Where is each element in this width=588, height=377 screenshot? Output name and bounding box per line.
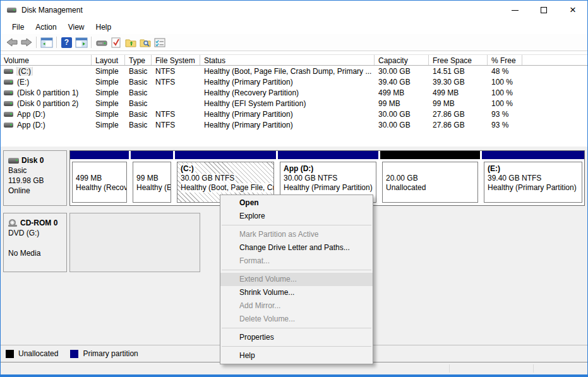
unallocated-region[interactable]: 20.00 GBUnallocated (380, 151, 480, 205)
menu-item-format: Format... (220, 254, 373, 268)
partition-body: (E:)39.40 GB NTFSHealthy (Primary Partit… (484, 162, 582, 203)
properties-list-icon[interactable] (152, 35, 167, 50)
cell-pct: 100 % (488, 78, 522, 87)
cell-fs: NTFS (152, 67, 200, 76)
partition-name: (E:) (488, 164, 582, 174)
column-header-layout[interactable]: Layout (92, 55, 125, 65)
maximize-button[interactable] (529, 1, 558, 20)
volume-disk-icon (4, 123, 13, 128)
unallocated-color-bar (380, 151, 480, 159)
volume-row[interactable]: (E:)SimpleBasicNTFSHealthy (Primary Part… (1, 76, 587, 87)
menu-item-open[interactable]: Open (220, 196, 373, 210)
partition-region[interactable]: (E:)39.40 GB NTFSHealthy (Primary Partit… (482, 151, 584, 205)
cell-type: Basic (125, 78, 152, 87)
folder-up-icon[interactable] (123, 35, 138, 50)
task-check-icon[interactable] (109, 35, 123, 50)
menu-item-explore[interactable]: Explore (220, 210, 373, 223)
cdrom-0-panel[interactable]: CD-ROM 0 DVD (G:) No Media (3, 213, 67, 272)
menu-file[interactable]: File (6, 21, 30, 33)
cell-free: 99 MB (429, 99, 488, 108)
volume-row[interactable]: (C:)SimpleBasicNTFSHealthy (Boot, Page F… (1, 66, 587, 76)
primary-partition-color-bar (70, 151, 129, 159)
partition-status: Unallocated (386, 183, 477, 193)
menu-item-help[interactable]: Help (220, 349, 373, 362)
legend-unallocated-label: Unallocated (18, 349, 58, 358)
menu-item-delete-volume: Delete Volume... (220, 313, 373, 326)
disk-0-status: Online (8, 186, 66, 196)
volume-rows: (C:)SimpleBasicNTFSHealthy (Boot, Page F… (1, 66, 587, 130)
cell-free: 27.86 GB (429, 121, 488, 129)
cell-layout: Simple (92, 67, 125, 76)
volume-row[interactable]: App (D:)SimpleBasicNTFSHealthy (Primary … (1, 119, 587, 130)
column-header-status[interactable]: Status (200, 55, 375, 65)
status-bar-divider (533, 364, 534, 373)
cell-free: 499 MB (429, 88, 488, 97)
partition-body: 499 MBHealthy (Recovery Partition) (72, 162, 127, 203)
cell-layout: Simple (92, 99, 125, 108)
cell-status: Healthy (Primary Partition) (200, 110, 375, 119)
menu-item-mark-partition-as-active: Mark Partition as Active (220, 228, 373, 241)
disk-0-panel[interactable]: Disk 0 Basic 119.98 GB Online (3, 150, 67, 206)
forward-icon[interactable] (19, 35, 33, 50)
help-icon[interactable]: ? (59, 35, 74, 50)
menu-item-add-mirror: Add Mirror... (220, 299, 373, 313)
volume-row[interactable]: (Disk 0 partition 2)SimpleBasicHealthy (… (1, 98, 587, 109)
cell-pct: 100 % (488, 88, 522, 97)
close-button[interactable]: × (558, 1, 587, 20)
partition-size: 30.00 GB NTFS (181, 174, 236, 183)
close-icon: × (570, 7, 576, 13)
menu-separator (222, 225, 371, 225)
menu-help[interactable]: Help (90, 21, 117, 33)
menu-item-properties[interactable]: Properties (220, 331, 373, 344)
disk-0-name: Disk 0 (21, 155, 44, 165)
cell-capacity: 30.00 GB (375, 121, 429, 129)
menu-view[interactable]: View (63, 21, 90, 33)
minimize-button[interactable] (500, 1, 529, 20)
cdrom-0-name: CD-ROM 0 (20, 218, 57, 228)
partition-size: 39.40 GB NTFS (488, 174, 582, 183)
folder-search-icon[interactable] (138, 35, 152, 50)
menu-item-extend-volume: Extend Volume... (220, 273, 373, 286)
cell-volume: App (D:) (1, 110, 92, 119)
cell-capacity: 30.00 GB (375, 110, 429, 119)
cell-volume: (E:) (1, 78, 92, 87)
show-hide-console-tree-icon[interactable] (39, 35, 54, 50)
cell-capacity: 99 MB (375, 99, 429, 108)
partition-region[interactable]: 99 MBHealthy (EFI System Partition) (131, 151, 173, 205)
menu-item-change-drive-letter-and-paths[interactable]: Change Drive Letter and Paths... (220, 241, 373, 254)
volume-row[interactable]: App (D:)SimpleBasicNTFSHealthy (Primary … (1, 109, 587, 119)
partition-body: 20.00 GBUnallocated (382, 162, 478, 203)
partition-body: 99 MBHealthy (EFI System Partition) (133, 162, 171, 203)
cell-pct: 93 % (488, 121, 522, 129)
menu-item-shrink-volume[interactable]: Shrink Volume... (220, 286, 373, 299)
show-hide-action-pane-icon[interactable] (74, 35, 88, 50)
partition-region[interactable]: 499 MBHealthy (Recovery Partition) (70, 151, 129, 205)
volume-label: (E:) (17, 78, 29, 87)
minimize-icon (512, 10, 519, 11)
partition-size: 99 MB (136, 174, 171, 183)
cell-status: Healthy (Primary Partition) (200, 78, 375, 87)
toolbar-separator (36, 37, 37, 48)
volume-disk-icon (4, 80, 13, 85)
column-header-pct-free[interactable]: % Free (488, 55, 522, 65)
column-header-free-space[interactable]: Free Space (429, 55, 488, 65)
primary-partition-swatch (70, 350, 78, 358)
column-header-volume[interactable]: Volume (1, 55, 92, 65)
cell-free: 27.86 GB (429, 110, 488, 119)
back-icon[interactable] (4, 35, 19, 50)
volume-row[interactable]: (Disk 0 partition 1)SimpleBasicHealthy (… (1, 87, 587, 98)
column-header-file-system[interactable]: File System (152, 55, 200, 65)
volume-label: App (D:) (17, 121, 45, 129)
menu-separator (222, 328, 371, 328)
app-disk-icon (7, 8, 16, 13)
column-header-capacity[interactable]: Capacity (375, 55, 429, 65)
toolbar: ? (1, 34, 587, 51)
device-icon[interactable] (94, 35, 109, 50)
legend-primary-partition-label: Primary partition (83, 349, 138, 358)
column-header-type[interactable]: Type (125, 55, 152, 65)
partition-name (76, 164, 126, 174)
cdrom-0-media: No Media (8, 248, 66, 258)
cell-volume: App (D:) (1, 121, 92, 129)
menu-action[interactable]: Action (30, 21, 62, 33)
primary-partition-color-bar (278, 151, 378, 159)
